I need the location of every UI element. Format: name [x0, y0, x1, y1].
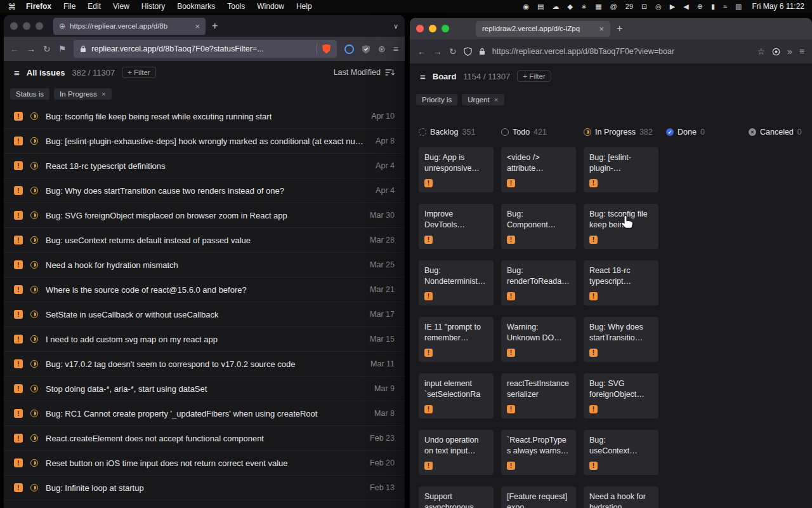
menu-item[interactable]: History: [141, 2, 165, 11]
camera-icon[interactable]: ⊡: [641, 3, 647, 11]
issue-card[interactable]: Bug: [eslint-plugin-…: [584, 147, 658, 192]
issue-row[interactable]: Reset button on iOS time input does not …: [4, 451, 405, 476]
close-tab-icon[interactable]: ×: [599, 24, 604, 34]
add-filter-button[interactable]: + Filter: [517, 70, 551, 82]
browser-tab[interactable]: replidraw2.vercel.app/d/c-iZpq ×: [476, 21, 610, 37]
brave-shield-icon[interactable]: [322, 44, 331, 54]
menu-item[interactable]: View: [113, 2, 129, 11]
issue-row[interactable]: Bug: Infinite loop at startup Feb 13: [4, 476, 405, 500]
back-button[interactable]: ←: [10, 44, 19, 54]
issue-row[interactable]: Bug: Why does startTransition cause two …: [4, 178, 405, 203]
issue-card[interactable]: Bug: Nondeterminist…: [419, 260, 494, 305]
display-icon[interactable]: ▥: [735, 3, 742, 11]
filter-value-chip[interactable]: In Progress ×: [54, 88, 112, 100]
overflow-chevrons-icon[interactable]: »: [787, 46, 792, 57]
sidebar-toggle-icon[interactable]: ≡: [420, 71, 426, 82]
close-window-button[interactable]: [416, 25, 424, 32]
issue-card[interactable]: Bug: Component…: [501, 204, 576, 249]
issue-row[interactable]: Bug: v17.0.2 tag doesn't seem to corresp…: [4, 352, 405, 377]
issue-row[interactable]: React 18-rc typescript definitions Apr 4: [4, 154, 405, 178]
issue-card[interactable]: Bug: useContext…: [584, 430, 658, 475]
bookmark-flag-icon[interactable]: ⚑: [58, 44, 67, 54]
issue-row[interactable]: Where is the source code of react@15.6.0…: [4, 277, 405, 302]
menu-bar-clock[interactable]: Fri May 6 11:22: [752, 2, 804, 11]
license-icon[interactable]: ◎: [655, 3, 662, 11]
volume-icon[interactable]: ◀: [683, 3, 688, 11]
menu-item[interactable]: Bookmarks: [177, 2, 215, 11]
user-icon[interactable]: ⊕: [697, 3, 703, 11]
add-filter-button[interactable]: + Filter: [122, 67, 155, 78]
paw-icon[interactable]: ∗: [581, 3, 587, 11]
reload-button[interactable]: ↻: [43, 44, 51, 54]
new-tab-button[interactable]: +: [212, 20, 218, 32]
new-tab-button[interactable]: +: [617, 23, 622, 34]
menu-item[interactable]: Window: [257, 2, 284, 11]
forward-button[interactable]: →: [27, 44, 36, 54]
issue-row[interactable]: React.createElement does not accept func…: [4, 426, 405, 451]
forward-button[interactable]: →: [433, 46, 442, 57]
issue-row[interactable]: [DevTools Bug] Unsupported Bridge operat…: [4, 500, 405, 508]
back-button[interactable]: ←: [417, 46, 426, 57]
issue-row[interactable]: Bug: RC1 Cannot create property '_update…: [4, 401, 405, 426]
issue-card[interactable]: Support asynchronous…: [419, 486, 494, 508]
url-bar[interactable]: repliear.vercel.app/d/8bTaoq7F0e?statusF…: [74, 40, 337, 58]
issue-card[interactable]: [Feature request] expo…: [501, 486, 576, 508]
issue-card[interactable]: input element `setSelectionRa: [419, 373, 494, 418]
cloud-icon[interactable]: ☁: [553, 3, 560, 11]
issue-row[interactable]: SetState in useCallback or without useCa…: [4, 302, 405, 327]
issue-row[interactable]: Bug: useContext returns default instead …: [4, 228, 405, 253]
issue-card[interactable]: IE 11 "prompt to remember…: [419, 317, 494, 362]
issue-card[interactable]: Undo operation on text input…: [419, 430, 494, 475]
menu-item[interactable]: Edit: [88, 2, 101, 11]
extension-badge-icon[interactable]: [772, 48, 780, 56]
issue-card[interactable]: `React.PropTypes always warns ab…: [501, 430, 576, 475]
issue-card[interactable]: Improve DevTools…: [419, 204, 494, 249]
menu-item[interactable]: Tools: [227, 2, 245, 11]
zoom-window-button[interactable]: [36, 22, 43, 30]
filter-field-chip[interactable]: Status is: [10, 88, 49, 100]
battery-icon[interactable]: ▮: [711, 3, 715, 11]
sidebar-toggle-icon[interactable]: ≡: [14, 67, 20, 78]
issue-row[interactable]: Bug: SVG foreignObject misplaced on brow…: [4, 203, 405, 228]
filter-value-chip[interactable]: Urgent ×: [462, 94, 504, 105]
menu-app-name[interactable]: Firefox: [26, 2, 51, 11]
minimize-window-button[interactable]: [23, 22, 30, 30]
issue-row[interactable]: Stop doing data-*, aria-*, start using d…: [4, 377, 405, 401]
extension-sparkle-icon[interactable]: ⊛: [378, 44, 386, 54]
issue-card[interactable]: Bug: Why does startTransitio…: [584, 317, 658, 362]
issue-row[interactable]: Bug: tsconfig file keep being reset whil…: [4, 104, 405, 129]
filter-field-chip[interactable]: Priority is: [416, 94, 457, 105]
close-tab-icon[interactable]: ×: [195, 22, 200, 31]
issue-card[interactable]: Bug: App is unresponsive…: [419, 147, 494, 192]
record-icon[interactable]: ◉: [523, 3, 529, 11]
issue-card[interactable]: reactTestInstance serializer: [501, 373, 576, 418]
play-icon[interactable]: ▶: [670, 3, 675, 11]
issue-card[interactable]: <video /> attribute…: [501, 147, 576, 192]
browser-menu-icon[interactable]: ≡: [799, 46, 804, 57]
menu-item[interactable]: Help: [296, 2, 312, 11]
menu-item[interactable]: File: [63, 2, 75, 11]
tracking-shield-icon[interactable]: [464, 47, 472, 56]
issue-card[interactable]: Bug: tsconfig file keep bein…: [584, 204, 658, 249]
wifi-icon[interactable]: ≈: [723, 3, 727, 10]
screen-icon[interactable]: ▤: [537, 3, 544, 11]
battery-percent-badge[interactable]: 29: [625, 3, 633, 10]
apple-menu-icon[interactable]: ⌘: [8, 2, 16, 11]
url-text[interactable]: https://repliear.vercel.app/d/8bTaoq7F0e…: [492, 47, 750, 56]
close-window-button[interactable]: [10, 22, 18, 30]
reload-button[interactable]: ↻: [449, 46, 457, 57]
shield-check-icon[interactable]: [362, 44, 370, 54]
issue-row[interactable]: Need a hook for hydration mismatch Mar 2…: [4, 253, 405, 277]
issue-card[interactable]: Bug: SVG foreignObject…: [584, 373, 658, 418]
zoom-window-button[interactable]: [442, 25, 449, 32]
issue-row[interactable]: I need to add custom svg map on my react…: [4, 327, 405, 352]
issue-card[interactable]: Need a hook for hydration…: [584, 486, 658, 508]
remove-filter-icon[interactable]: ×: [494, 96, 499, 104]
issue-card[interactable]: Bug: renderToReadab…: [501, 260, 576, 305]
minimize-window-button[interactable]: [429, 25, 436, 32]
remove-filter-icon[interactable]: ×: [102, 90, 106, 98]
bookmark-star-icon[interactable]: ☆: [757, 46, 765, 57]
keyboard-icon[interactable]: ▦: [595, 3, 601, 11]
extension-blue-ring-icon[interactable]: [344, 44, 354, 54]
issue-row[interactable]: Bug: [eslint-plugin-exhaustive-deps] hoo…: [4, 129, 405, 154]
